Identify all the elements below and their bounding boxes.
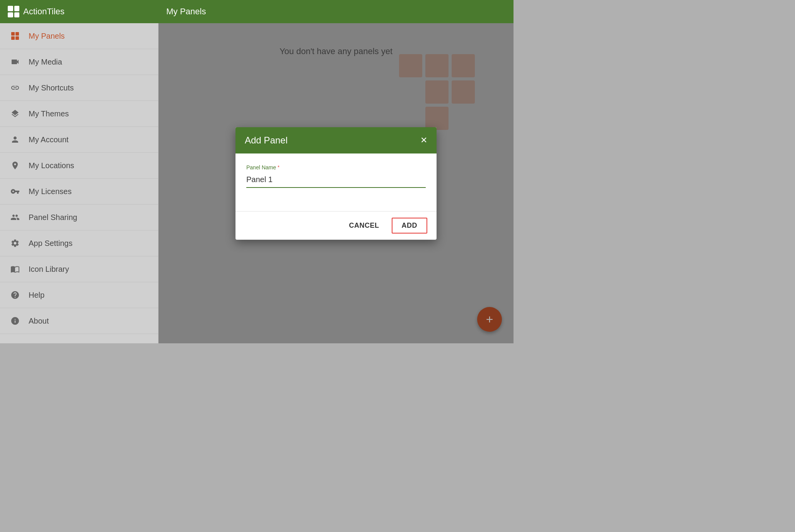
sidebar-label-my-shortcuts: My Shortcuts — [29, 84, 74, 92]
dialog-header: Add Panel ✕ — [235, 127, 437, 153]
people-icon — [9, 211, 21, 223]
sidebar-item-app-settings[interactable]: App Settings — [0, 230, 158, 256]
sidebar-label-my-account: My Account — [29, 135, 68, 144]
main-layout: My Panels My Media My Shortcuts — [0, 23, 514, 343]
grid-icon — [9, 30, 21, 42]
svg-rect-2 — [11, 36, 15, 40]
sidebar-item-my-shortcuts[interactable]: My Shortcuts — [0, 75, 158, 101]
sidebar-item-my-media[interactable]: My Media — [0, 49, 158, 75]
app-name: ActionTiles — [23, 7, 65, 17]
sidebar-item-help[interactable]: Help — [0, 282, 158, 308]
sidebar-item-icon-library[interactable]: Icon Library — [0, 256, 158, 282]
sidebar: My Panels My Media My Shortcuts — [0, 23, 159, 343]
dialog-title: Add Panel — [245, 135, 288, 146]
add-panel-dialog: Add Panel ✕ Panel Name * CANCEL ADD — [235, 127, 437, 240]
app-header: ActionTiles My Panels — [0, 0, 514, 23]
sidebar-item-my-account[interactable]: My Account — [0, 127, 158, 153]
sidebar-label-icon-library: Icon Library — [29, 265, 69, 274]
page-title: My Panels — [166, 7, 206, 17]
required-star: * — [278, 165, 280, 170]
add-button[interactable]: ADD — [392, 218, 428, 234]
sidebar-label-my-media: My Media — [29, 58, 62, 66]
sidebar-label-my-licenses: My Licenses — [29, 187, 72, 196]
sidebar-item-panel-sharing[interactable]: Panel Sharing — [0, 205, 158, 230]
sidebar-label-help: Help — [29, 291, 44, 300]
sidebar-label-about: About — [29, 317, 49, 326]
svg-rect-1 — [15, 32, 19, 36]
sidebar-item-about[interactable]: About — [0, 308, 158, 334]
link-icon — [9, 82, 21, 94]
sidebar-label-app-settings: App Settings — [29, 239, 72, 248]
location-icon — [9, 160, 21, 171]
sidebar-item-my-themes[interactable]: My Themes — [0, 101, 158, 127]
dialog-spacer — [246, 188, 426, 203]
modal-overlay: Add Panel ✕ Panel Name * CANCEL ADD — [159, 23, 514, 343]
book-icon — [9, 263, 21, 275]
sidebar-label-my-themes: My Themes — [29, 109, 69, 118]
sidebar-label-my-locations: My Locations — [29, 161, 74, 170]
key-icon — [9, 186, 21, 197]
sidebar-item-my-locations[interactable]: My Locations — [0, 153, 158, 179]
person-icon — [9, 134, 21, 145]
dialog-body: Panel Name * — [235, 153, 437, 211]
app-logo: ActionTiles — [8, 6, 166, 17]
cancel-button[interactable]: CANCEL — [343, 218, 386, 233]
dialog-close-button[interactable]: ✕ — [420, 136, 427, 145]
layers-icon — [9, 108, 21, 119]
video-icon — [9, 56, 21, 68]
content-area: You don't have any panels yet + Add Pane… — [159, 23, 514, 343]
info-icon — [9, 315, 21, 327]
svg-rect-0 — [11, 32, 15, 36]
sidebar-label-panel-sharing: Panel Sharing — [29, 213, 77, 222]
help-icon — [9, 289, 21, 301]
logo-icon — [8, 6, 19, 17]
sidebar-item-my-licenses[interactable]: My Licenses — [0, 179, 158, 205]
svg-rect-3 — [15, 36, 19, 40]
panel-name-input[interactable] — [246, 174, 426, 188]
sidebar-item-my-panels[interactable]: My Panels — [0, 23, 158, 49]
dialog-actions: CANCEL ADD — [235, 211, 437, 240]
field-label: Panel Name * — [246, 164, 426, 171]
sidebar-label-my-panels: My Panels — [29, 32, 65, 41]
gear-icon — [9, 237, 21, 249]
